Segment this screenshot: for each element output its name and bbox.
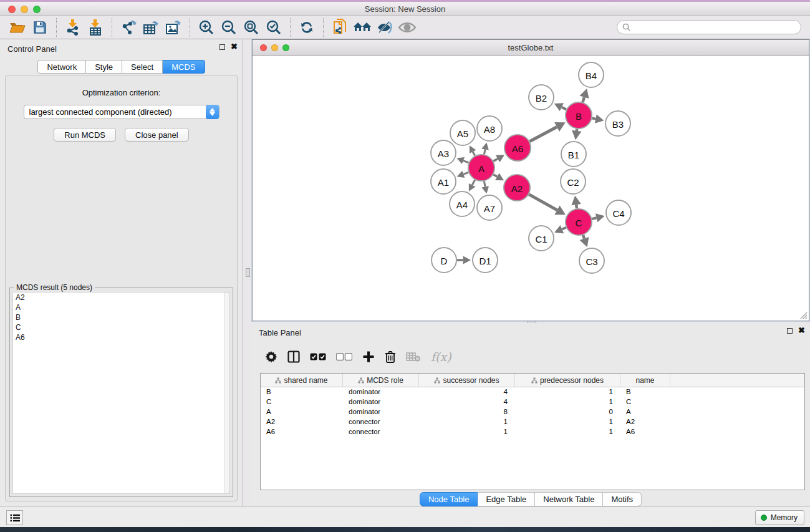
mcds-result-item[interactable]: A: [13, 302, 229, 312]
graph-edge-A6-B[interactable]: [529, 127, 557, 142]
tab-network[interactable]: Network: [37, 60, 86, 74]
tab-node-table[interactable]: Node Table: [420, 492, 478, 506]
hide-annotations-button[interactable]: [374, 17, 396, 37]
graph-edge-A2-C[interactable]: [529, 195, 557, 210]
graph-edge-A-A3[interactable]: [463, 161, 469, 163]
memory-button[interactable]: Memory: [755, 510, 804, 525]
mcds-result-item[interactable]: C: [13, 322, 229, 332]
network-graph[interactable]: AA1A2A3A4A5A6A7A8BB1B2B3B4CC1C2C3C4DD1: [253, 56, 809, 321]
tab-motifs[interactable]: Motifs: [603, 492, 642, 506]
table-row[interactable]: A2connector11A2: [261, 417, 804, 427]
graph-node-C4[interactable]: C4: [606, 200, 631, 225]
import-table-button[interactable]: [84, 17, 107, 37]
node-table[interactable]: shared nameMCDS rolesuccessor nodesprede…: [260, 373, 805, 490]
float-panel-icon[interactable]: [219, 44, 225, 50]
graph-edge-C-C2[interactable]: [576, 205, 577, 208]
graph-edge-C-C1[interactable]: [562, 228, 566, 230]
graph-edge-B-B2[interactable]: [562, 107, 566, 110]
graph-node-A6[interactable]: A6: [504, 135, 531, 161]
graph-edge-A-A4[interactable]: [472, 180, 475, 185]
zoom-out-button[interactable]: [218, 17, 240, 37]
run-mcds-button[interactable]: Run MCDS: [54, 128, 116, 142]
close-panel-button[interactable]: Close panel: [125, 128, 189, 142]
delete-button[interactable]: [385, 351, 396, 364]
column-header-name[interactable]: name: [620, 374, 670, 387]
table-row[interactable]: Cdominator41C: [261, 397, 804, 407]
graph-node-A2[interactable]: A2: [504, 175, 530, 201]
search-input[interactable]: [634, 23, 796, 32]
tab-mcds[interactable]: MCDS: [163, 60, 205, 74]
column-header-successor-nodes[interactable]: successor nodes: [419, 374, 515, 387]
delete-column-button[interactable]: [406, 352, 421, 362]
close-panel-icon[interactable]: ✖: [231, 44, 238, 50]
graph-edge-A-A1[interactable]: [463, 172, 468, 174]
deselect-all-columns-button[interactable]: [336, 353, 352, 361]
close-network-button[interactable]: [260, 44, 267, 51]
zoom-fit-button[interactable]: [240, 17, 263, 37]
save-session-button[interactable]: [29, 17, 51, 37]
import-network-button[interactable]: [62, 17, 84, 37]
window-resize-grip[interactable]: [799, 311, 808, 319]
select-all-columns-button[interactable]: [310, 353, 326, 361]
task-history-button[interactable]: [6, 510, 23, 525]
graph-edge-B-B3[interactable]: [592, 118, 596, 118]
refresh-button[interactable]: [296, 17, 318, 37]
new-network-from-selection-button[interactable]: [329, 17, 351, 37]
tab-select[interactable]: Select: [122, 60, 163, 74]
mcds-result-item[interactable]: B: [13, 312, 229, 322]
mcds-result-list[interactable]: A2ABCA6: [12, 292, 230, 494]
graph-edge-A-A8[interactable]: [484, 150, 485, 155]
graph-node-A7[interactable]: A7: [477, 195, 502, 220]
mcds-result-item[interactable]: A6: [13, 332, 229, 342]
graph-node-D[interactable]: D: [432, 248, 456, 273]
graph-node-B2[interactable]: B2: [529, 85, 554, 110]
graph-node-C1[interactable]: C1: [529, 226, 554, 251]
criterion-dropdown[interactable]: largest connected component (directed): [24, 105, 219, 119]
network-canvas[interactable]: AA1A2A3A4A5A6A7A8BB1B2B3B4CC1C2C3C4DD1: [253, 56, 809, 321]
first-neighbors-button[interactable]: [351, 17, 374, 37]
graph-edge-A-A2[interactable]: [493, 175, 497, 177]
graph-node-C[interactable]: C: [566, 209, 592, 235]
graph-node-C2[interactable]: C2: [561, 169, 586, 194]
graph-edge-A-A6[interactable]: [493, 159, 498, 162]
graph-node-A5[interactable]: A5: [450, 120, 475, 145]
add-row-button[interactable]: [362, 351, 375, 363]
graph-edge-A-A5[interactable]: [473, 152, 475, 155]
graph-node-B[interactable]: B: [566, 102, 592, 128]
function-builder-button[interactable]: f(x): [431, 350, 451, 364]
zoom-network-button[interactable]: [282, 44, 289, 51]
graph-node-B3[interactable]: B3: [605, 111, 630, 136]
float-table-panel-icon[interactable]: [787, 328, 793, 334]
graph-node-A4[interactable]: A4: [450, 191, 475, 216]
graph-edge-A-A7[interactable]: [484, 181, 485, 187]
export-table-button[interactable]: [140, 17, 162, 37]
graph-node-C3[interactable]: C3: [579, 248, 604, 273]
graph-node-D1[interactable]: D1: [473, 248, 498, 273]
export-network-button[interactable]: [117, 17, 140, 37]
tab-edge-table[interactable]: Edge Table: [478, 492, 535, 506]
table-row[interactable]: A6connector11A6: [261, 427, 804, 437]
table-settings-button[interactable]: [265, 351, 277, 363]
column-header-shared-name[interactable]: shared name: [261, 374, 343, 387]
tab-style[interactable]: Style: [86, 60, 122, 74]
show-graphics-details-button[interactable]: [396, 17, 418, 37]
graph-node-A3[interactable]: A3: [431, 140, 456, 165]
table-row[interactable]: Adominator80A: [261, 407, 804, 417]
export-image-button[interactable]: [162, 17, 185, 37]
graph-edge-C-C4[interactable]: [592, 218, 596, 219]
column-header-predecessor-nodes[interactable]: predecessor nodes: [515, 374, 620, 387]
search-box[interactable]: [617, 20, 801, 34]
tab-network-table[interactable]: Network Table: [535, 492, 603, 506]
column-header-MCDS-role[interactable]: MCDS role: [343, 374, 419, 387]
list-scrollbar[interactable]: [224, 293, 229, 493]
graph-node-A[interactable]: A: [468, 155, 494, 181]
close-table-panel-icon[interactable]: ✖: [798, 327, 805, 334]
column-view-button[interactable]: [287, 351, 300, 363]
graph-edge-C-C3[interactable]: [583, 235, 584, 239]
table-row[interactable]: Bdominator41B: [261, 387, 804, 397]
graph-edge-B-B4[interactable]: [582, 97, 584, 102]
zoom-selected-button[interactable]: [263, 17, 285, 37]
open-file-button[interactable]: [6, 17, 29, 37]
graph-node-A8[interactable]: A8: [477, 116, 502, 141]
graph-node-B1[interactable]: B1: [561, 142, 586, 167]
